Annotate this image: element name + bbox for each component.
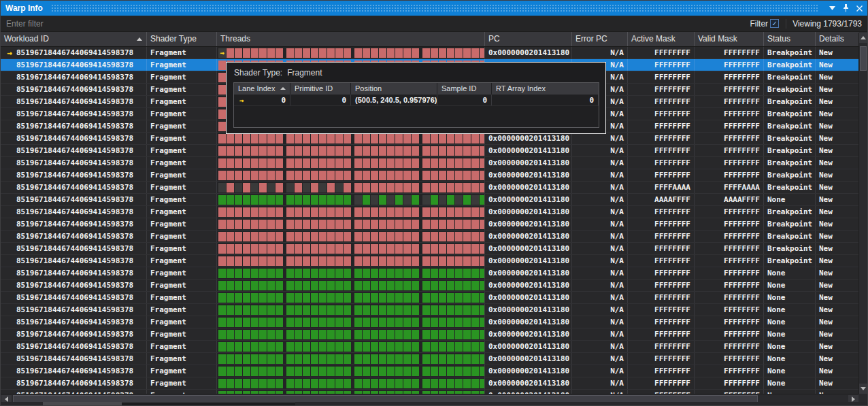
column-header-active-mask[interactable]: Active Mask	[628, 32, 695, 46]
thread-square	[395, 134, 403, 143]
workload-id-cell: 85196718446744069414598378	[1, 96, 147, 107]
thread-square	[327, 244, 335, 254]
thread-square	[354, 269, 362, 278]
filter-input[interactable]	[1, 19, 750, 29]
table-row[interactable]: 85196718446744069414598378Fragment0x0000…	[1, 255, 859, 267]
row-arrow-gutter	[3, 379, 16, 389]
thread-group	[354, 354, 420, 364]
chevron-down-icon[interactable]	[827, 3, 838, 14]
table-row[interactable]: 85196718446744069414598378Fragment0x0000…	[1, 243, 859, 255]
thread-square	[235, 379, 242, 388]
table-row[interactable]: 85196718446744069414598378Fragment0x0000…	[1, 133, 859, 145]
lane-column-header-sample-id[interactable]: Sample ID	[437, 83, 492, 95]
table-row[interactable]: 85196718446744069414598378Fragment0x0000…	[1, 328, 859, 341]
thread-square	[480, 305, 485, 315]
lane-column-header-position[interactable]: Position	[351, 83, 437, 95]
error-pc-cell: N/A	[572, 353, 628, 365]
thread-square	[471, 134, 479, 143]
thread-group	[286, 330, 352, 339]
thread-square	[403, 220, 411, 229]
thread-square	[403, 354, 411, 364]
table-row[interactable]: 85196718446744069414598378Fragment0x0000…	[1, 169, 859, 182]
thread-square	[311, 330, 318, 339]
thread-square	[344, 367, 351, 376]
row-arrow-gutter	[3, 354, 16, 365]
table-row[interactable]: 85196718446744069414598378Fragment0x0000…	[1, 304, 859, 316]
thread-square	[286, 354, 294, 364]
thread-square	[395, 207, 403, 217]
thread-square	[335, 232, 343, 241]
thread-square	[403, 281, 411, 290]
thread-square	[480, 318, 485, 327]
status-cell: Breakpoint	[764, 157, 816, 169]
column-header-error-pc[interactable]: Error PC	[572, 32, 628, 46]
column-header-pc[interactable]: PC	[485, 32, 572, 46]
thread-square	[431, 354, 438, 364]
table-row[interactable]: 85196718446744069414598378Fragment0x0000…	[1, 231, 859, 243]
thread-square	[422, 232, 430, 241]
active-mask-cell: FFFFFFFF	[628, 206, 695, 218]
table-row[interactable]: 85196718446744069414598378Fragment0x0000…	[1, 267, 859, 280]
table-row[interactable]: 85196718446744069414598378Fragment0x0000…	[1, 365, 859, 377]
active-mask-cell: FFFFFFFF	[628, 108, 695, 120]
lane-column-header-lane-index[interactable]: Lane Index	[234, 83, 290, 95]
thread-square	[218, 183, 226, 192]
thread-square	[259, 158, 267, 168]
table-row[interactable]: 85196718446744069414598378Fragment0x0000…	[1, 292, 859, 304]
vertical-scrollbar-thumb[interactable]	[860, 46, 867, 71]
thread-square	[471, 367, 479, 376]
thread-square	[447, 342, 454, 352]
lane-column-header-rt-array-index[interactable]: RT Array Index	[492, 83, 599, 95]
thread-square	[354, 293, 362, 303]
table-row[interactable]: 85196718446744069414598378Fragment0x0000…	[1, 377, 859, 390]
thread-square	[227, 158, 234, 168]
lane-column-header-primitive-id[interactable]: Primitive ID	[290, 83, 351, 95]
table-row[interactable]: 85196718446744069414598378Fragment0x0000…	[1, 206, 859, 218]
table-row[interactable]: 85196718446744069414598378Fragment0x0000…	[1, 353, 859, 365]
thread-square	[379, 330, 386, 339]
thread-square	[354, 220, 362, 229]
thread-square	[480, 146, 485, 156]
column-header-threads[interactable]: Threads	[217, 32, 485, 46]
table-row[interactable]: →85196718446744069414598378Fragment→0x00…	[1, 47, 859, 59]
workload-id-cell: 85196718446744069414598378	[1, 169, 147, 181]
scroll-up-button[interactable]	[859, 33, 867, 43]
table-row[interactable]: 85196718446744069414598378Fragment0x0000…	[1, 145, 859, 157]
window-title: Warp Info	[1, 3, 43, 13]
title-bar[interactable]: Warp Info	[1, 1, 867, 16]
thread-square	[463, 367, 471, 376]
close-icon[interactable]	[854, 3, 865, 14]
thread-square	[259, 281, 267, 290]
status-cell: Breakpoint	[764, 218, 816, 230]
thread-square	[412, 330, 419, 339]
scroll-down-button[interactable]	[859, 384, 867, 394]
thread-group	[354, 330, 420, 339]
thread-square	[363, 207, 370, 217]
column-header-shader-type[interactable]: Shader Type	[147, 32, 217, 46]
table-row[interactable]: 85196718446744069414598378Fragment0x0000…	[1, 218, 859, 231]
column-header-details[interactable]: Details	[816, 32, 859, 46]
thread-square	[439, 48, 446, 58]
table-row[interactable]: 85196718446744069414598378Fragment0x0000…	[1, 182, 859, 194]
thread-square	[480, 232, 485, 241]
table-row[interactable]: 85196718446744069414598378Fragment0x0000…	[1, 316, 859, 328]
table-row[interactable]: 85196718446744069414598378Fragment0x0000…	[1, 341, 859, 353]
column-header-valid-mask[interactable]: Valid Mask	[695, 32, 764, 46]
table-row[interactable]: 85196718446744069414598378Fragment0x0000…	[1, 280, 859, 292]
vertical-scrollbar[interactable]	[858, 33, 867, 394]
thread-square	[387, 379, 395, 388]
table-row[interactable]: 85196718446744069414598378Fragment0x0000…	[1, 157, 859, 169]
lane-index-cell: → 0	[234, 95, 290, 105]
filter-checkbox[interactable]: ✓	[770, 19, 779, 28]
shader-type-cell: Fragment	[147, 292, 217, 303]
workload-id-cell: 85196718446744069414598378	[1, 280, 147, 291]
thread-square	[235, 367, 242, 376]
lane-row[interactable]: → 0 0 (500.5, 240.5, 0.957976) 0 0	[234, 95, 599, 106]
column-header-status[interactable]: Status	[764, 32, 816, 46]
thread-square	[276, 134, 283, 143]
thread-square	[303, 158, 310, 168]
thread-square	[303, 330, 310, 339]
pin-icon[interactable]	[840, 3, 852, 14]
column-header-workload-id[interactable]: Workload ID	[1, 32, 147, 46]
table-row[interactable]: 85196718446744069414598378Fragment0x0000…	[1, 194, 859, 206]
